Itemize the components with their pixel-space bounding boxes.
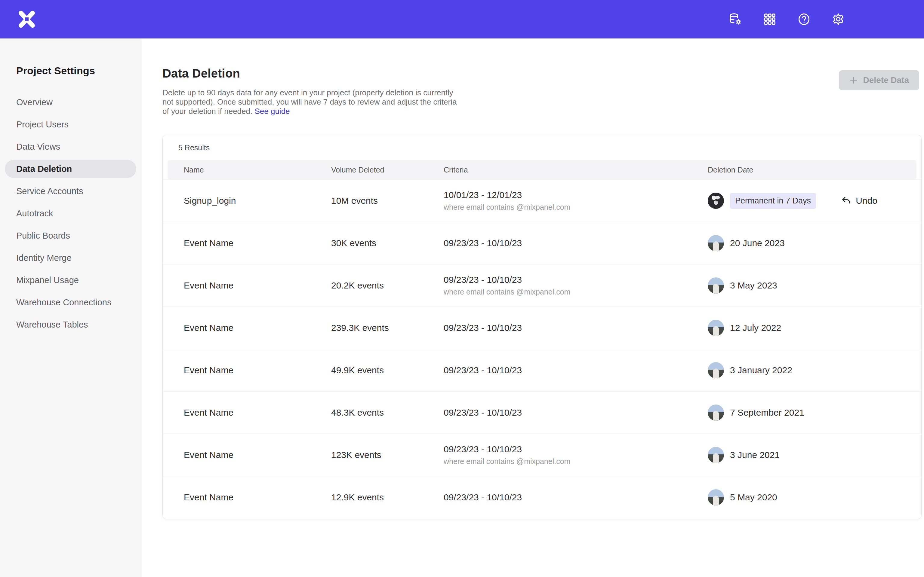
column-header-name: Name [168,166,331,174]
results-count: 5 Results [163,135,921,160]
mixpanel-logo[interactable] [0,9,37,29]
deletion-date: 20 June 2023 [730,238,785,248]
delete-data-button[interactable]: Delete Data [839,70,919,90]
apps-grid-icon[interactable] [763,12,777,26]
deletion-date: 7 September 2021 [730,408,804,418]
delete-data-button-label: Delete Data [863,76,909,85]
sidebar-title: Project Settings [0,65,141,77]
sidebar-item-identity-merge[interactable]: Identity Merge [0,247,141,269]
sidebar-item-warehouse-tables[interactable]: Warehouse Tables [0,313,141,336]
column-header-criteria: Criteria [444,166,708,174]
undo-label: Undo [856,196,877,206]
sidebar-item-project-users[interactable]: Project Users [0,113,141,135]
page-description: Delete up to 90 days data for any event … [162,88,463,116]
app-window: Project Settings Overview Project Users … [0,0,924,577]
user-avatar [708,447,724,463]
event-name: Event Name [163,280,331,291]
volume-deleted: 239.3K events [331,323,444,333]
volume-deleted: 20.2K events [331,280,444,291]
sidebar-item-warehouse-connections[interactable]: Warehouse Connections [0,291,141,313]
sidebar-item-data-views[interactable]: Data Views [0,135,141,158]
user-avatar [708,193,724,209]
sidebar-item-data-deletion[interactable]: Data Deletion [5,160,136,178]
user-avatar [708,405,724,421]
criteria-range: 09/23/23 - 10/10/23 [444,492,708,503]
deletion-date: 5 May 2020 [730,492,777,503]
criteria-range: 09/23/23 - 10/10/23 [444,238,708,248]
mixpanel-x-icon [17,9,37,29]
criteria-filter: where email contains @mixpanel.com [444,288,708,296]
event-name: Event Name [163,365,331,376]
deletion-date: 3 January 2022 [730,365,792,376]
settings-gear-icon[interactable] [831,12,845,26]
event-name: Event Name [163,408,331,418]
page-title: Data Deletion [162,67,463,80]
topbar-icon-group [729,12,845,26]
table-row: Event Name 20.2K events 09/23/23 - 10/10… [163,264,921,306]
table-row: Event Name 30K events 09/23/23 - 10/10/2… [163,222,921,264]
sidebar-item-service-accounts[interactable]: Service Accounts [0,180,141,202]
table-row: Event Name 48.3K events 09/23/23 - 10/10… [163,391,921,434]
table-header-row: Name Volume Deleted Criteria Deletion Da… [168,160,916,179]
undo-button[interactable]: Undo [841,195,877,206]
event-name: Event Name [163,323,331,333]
sidebar-nav: Overview Project Users Data Views Data D… [0,91,141,336]
volume-deleted: 123K events [331,450,444,460]
see-guide-link[interactable]: See guide [254,107,290,116]
criteria-range: 09/23/23 - 10/10/23 [444,275,708,285]
plus-icon [849,76,858,85]
user-avatar [708,489,724,506]
column-header-deletion-date: Deletion Date [708,166,916,174]
page-description-text: Delete up to 90 days data for any event … [162,88,457,116]
criteria-range: 09/23/23 - 10/10/23 [444,408,708,418]
project-settings-sidebar: Project Settings Overview Project Users … [0,39,141,577]
deletion-date: 3 June 2021 [730,450,780,460]
event-name: Event Name [163,238,331,248]
event-name: Event Name [163,492,331,503]
event-name: Signup_login [163,196,331,206]
criteria-filter: where email contains @mixpanel.com [444,203,708,211]
table-row: Event Name 239.3K events 09/23/23 - 10/1… [163,306,921,349]
volume-deleted: 49.9K events [331,365,444,376]
table-row: Signup_login 10M events 10/01/23 - 12/01… [163,179,921,222]
criteria-range: 10/01/23 - 12/01/23 [444,190,708,200]
deletion-date: 12 July 2022 [730,323,781,333]
criteria-range: 09/23/23 - 10/10/23 [444,323,708,333]
volume-deleted: 10M events [331,196,444,206]
table-row: Event Name 49.9K events 09/23/23 - 10/10… [163,349,921,391]
deletion-requests-card: 5 Results Name Volume Deleted Criteria D… [162,135,922,519]
user-avatar [708,320,724,336]
user-avatar [708,235,724,251]
user-avatar [708,277,724,293]
table-row: Event Name 12.9K events 09/23/23 - 10/10… [163,476,921,518]
sidebar-item-autotrack[interactable]: Autotrack [0,202,141,224]
sidebar-item-mixpanel-usage[interactable]: Mixpanel Usage [0,269,141,291]
volume-deleted: 12.9K events [331,492,444,503]
main-content: Data Deletion Delete up to 90 days data … [141,39,924,577]
volume-deleted: 48.3K events [331,408,444,418]
column-header-volume-deleted: Volume Deleted [331,166,444,174]
volume-deleted: 30K events [331,238,444,248]
undo-icon [841,195,851,206]
top-navigation-bar [0,0,924,39]
event-name: Event Name [163,450,331,460]
help-icon[interactable] [797,12,811,26]
status-badge: Permanent in 7 Days [730,193,816,209]
criteria-range: 09/23/23 - 10/10/23 [444,444,708,455]
criteria-filter: where email contains @mixpanel.com [444,457,708,466]
criteria-range: 09/23/23 - 10/10/23 [444,365,708,376]
sidebar-item-overview[interactable]: Overview [0,91,141,113]
user-avatar [708,362,724,378]
deletion-date: 3 May 2023 [730,280,777,291]
table-row: Event Name 123K events 09/23/23 - 10/10/… [163,434,921,476]
data-management-icon[interactable] [729,12,742,26]
sidebar-item-public-boards[interactable]: Public Boards [0,224,141,247]
